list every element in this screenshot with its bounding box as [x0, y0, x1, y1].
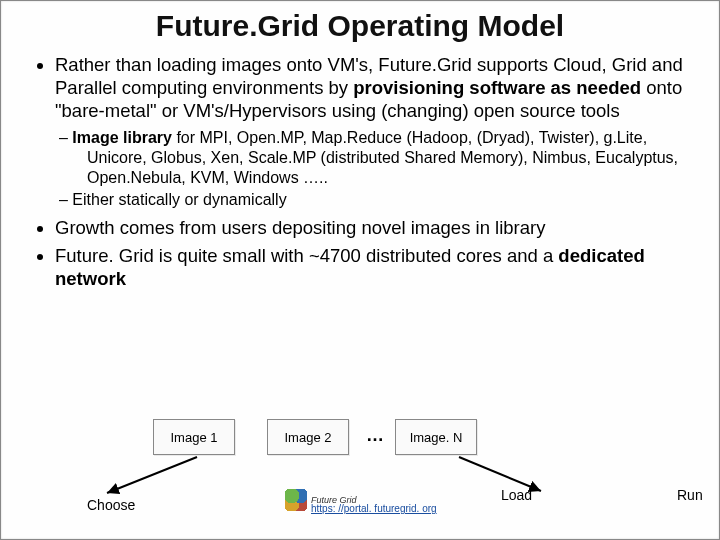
svg-line-0 — [107, 457, 197, 493]
sub-list-1: Image library for MPI, Open.MP, Map.Redu… — [55, 128, 689, 210]
label-load: Load — [501, 487, 532, 503]
ellipsis: … — [366, 425, 384, 446]
arrow-choose — [99, 451, 209, 499]
portal-link[interactable]: https: //portal. futuregrid. org — [311, 503, 437, 514]
label-choose: Choose — [87, 497, 135, 513]
slide-title: Future.Grid Operating Model — [31, 9, 689, 43]
bullet-1: Rather than loading images onto VM's, Fu… — [55, 53, 689, 210]
bullet-3: Future. Grid is quite small with ~4700 d… — [55, 244, 689, 290]
sub-2: Either statically or dynamically — [73, 190, 689, 210]
bullet-2: Growth comes from users depositing novel… — [55, 216, 689, 239]
sub-1-bold: Image library — [72, 129, 172, 146]
sub-1: Image library for MPI, Open.MP, Map.Redu… — [73, 128, 689, 188]
diagram: Image 1 Image 2 … Image. N Choose Load R… — [1, 419, 719, 539]
image-box-2: Image 2 — [267, 419, 349, 455]
sub-1-post: for MPI, Open.MP, Map.Reduce (Hadoop, (D… — [87, 129, 678, 186]
image-box-1: Image 1 — [153, 419, 235, 455]
bullet-1-bold: provisioning software as needed — [353, 77, 641, 98]
futuregrid-logo-icon — [285, 489, 307, 511]
image-box-n: Image. N — [395, 419, 477, 455]
svg-line-1 — [459, 457, 541, 491]
bullet-3-pre: Future. Grid is quite small with ~4700 d… — [55, 245, 558, 266]
bullet-list: Rather than loading images onto VM's, Fu… — [31, 53, 689, 290]
label-run: Run — [677, 487, 703, 503]
slide: Future.Grid Operating Model Rather than … — [1, 1, 719, 539]
